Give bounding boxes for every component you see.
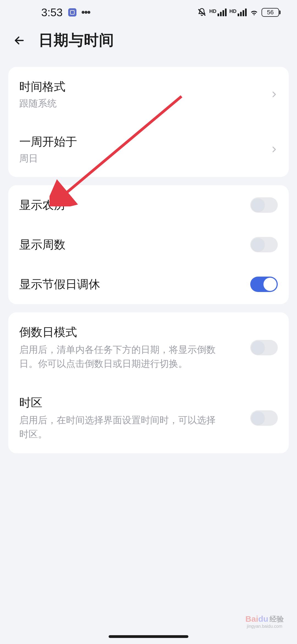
- show-lunar-toggle[interactable]: [250, 197, 278, 213]
- time-format-row[interactable]: 时间格式 跟随系统: [8, 67, 289, 122]
- page-title: 日期与时间: [38, 30, 114, 50]
- wifi-icon: [249, 8, 259, 17]
- more-icon: •••: [81, 7, 90, 18]
- page-header: 日期与时间: [0, 25, 297, 59]
- back-button[interactable]: [11, 32, 28, 49]
- status-left: 3:53 •••: [41, 6, 90, 19]
- battery-level: 56: [267, 9, 274, 16]
- status-time: 3:53: [41, 6, 63, 19]
- recent-apps-icon: [68, 8, 76, 17]
- settings-group-3: 倒数日模式 启用后，清单内各任务下方的日期，将显示倒数日。你可以点击倒数日或日期…: [8, 312, 289, 453]
- content-area: 时间格式 跟随系统 一周开始于 周日 显示农历: [0, 59, 297, 453]
- hd-label-1: HD: [209, 9, 216, 14]
- show-holiday-row[interactable]: 显示节假日调休: [8, 264, 289, 304]
- show-holiday-toggle[interactable]: [250, 277, 278, 292]
- week-start-title: 一周开始于: [19, 134, 271, 149]
- time-format-subtitle: 跟随系统: [19, 97, 271, 110]
- chevron-right-icon: [271, 91, 278, 98]
- hd-label-2: HD: [229, 9, 237, 14]
- mute-icon: [197, 8, 207, 17]
- watermark: Baidu 经验 jingyan.baidu.com: [240, 612, 289, 631]
- settings-group-1: 时间格式 跟随系统 一周开始于 周日: [8, 67, 289, 177]
- countdown-row[interactable]: 倒数日模式 启用后，清单内各任务下方的日期，将显示倒数日。你可以点击倒数日或日期…: [8, 312, 289, 383]
- timezone-description: 启用后，在时间选择界面设置时间时，可以选择时区。: [19, 413, 217, 441]
- time-format-title: 时间格式: [19, 79, 271, 94]
- show-week-num-row[interactable]: 显示周数: [8, 225, 289, 264]
- countdown-title: 倒数日模式: [19, 324, 250, 340]
- back-arrow-icon: [13, 35, 25, 46]
- signal-1: HD: [209, 9, 227, 16]
- signal-2: HD: [229, 9, 247, 16]
- timezone-row[interactable]: 时区 启用后，在时间选择界面设置时间时，可以选择时区。: [8, 383, 289, 453]
- status-right: HD HD 56: [197, 8, 280, 17]
- week-start-row[interactable]: 一周开始于 周日: [8, 122, 289, 177]
- battery-indicator: 56: [262, 8, 280, 17]
- week-start-subtitle: 周日: [19, 152, 271, 165]
- timezone-title: 时区: [19, 395, 250, 410]
- show-holiday-title: 显示节假日调休: [19, 277, 250, 292]
- show-lunar-title: 显示农历: [19, 197, 250, 213]
- show-lunar-row[interactable]: 显示农历: [8, 185, 289, 225]
- status-bar: 3:53 ••• HD HD 56: [0, 0, 297, 25]
- settings-group-2: 显示农历 显示周数 显示节假日调休: [8, 185, 289, 304]
- show-week-num-title: 显示周数: [19, 237, 250, 252]
- show-week-num-toggle[interactable]: [250, 237, 278, 252]
- chevron-right-icon: [271, 146, 278, 153]
- timezone-toggle[interactable]: [250, 410, 278, 426]
- countdown-toggle[interactable]: [250, 340, 278, 355]
- countdown-description: 启用后，清单内各任务下方的日期，将显示倒数日。你可以点击倒数日或日期进行切换。: [19, 343, 217, 371]
- home-indicator[interactable]: [109, 635, 188, 638]
